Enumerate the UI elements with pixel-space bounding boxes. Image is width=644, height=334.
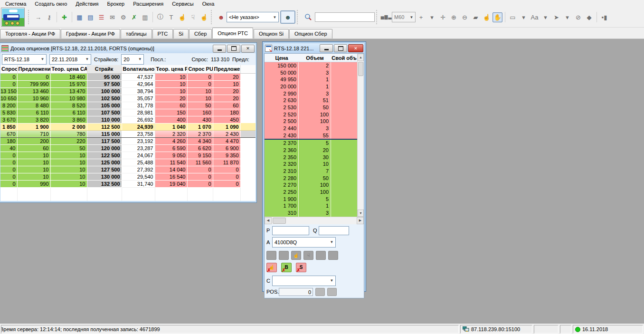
quote-cell[interactable]: 19 040 [155,180,187,187]
cancel-orders-button[interactable]: ☝ [266,263,277,272]
volume-cell[interactable]: 1 [299,83,331,90]
quote-cell[interactable]: 0 [0,159,17,166]
own-volume-cell[interactable] [331,90,357,97]
column-header[interactable]: Теор. цена СА [50,65,87,73]
client-select-button[interactable]: ☻ [280,10,295,24]
quote-cell[interactable]: 1 850 [0,123,17,130]
column-header[interactable]: Объем [299,55,331,61]
journal-icon[interactable]: ▥ [140,12,150,22]
tab-таблицы[interactable]: таблицы [121,29,152,38]
quote-cell[interactable]: 0 [187,173,213,180]
volume-cell[interactable]: 20 [299,147,331,154]
histogram-icon[interactable]: ▅▇▃ [381,12,391,22]
price-cell[interactable]: 2 630 [265,97,299,104]
close-button[interactable] [241,45,255,53]
price-cell[interactable]: 2 520 [265,111,299,118]
quote-cell[interactable]: 4 340 [187,137,213,144]
quote-cell[interactable]: 60 [155,102,187,109]
quote-cell[interactable]: 20 [213,95,240,102]
quote-cell[interactable]: 6 590 [155,144,187,152]
quote-cell[interactable]: 0 [0,80,17,87]
point-hand-icon[interactable]: ☝ [482,12,492,22]
menu-item-Создать окно[interactable]: Создать окно [30,0,71,7]
hand-disabled-icon[interactable]: ☟ [188,12,198,22]
quote-cell[interactable]: 13 460 [17,87,50,95]
quote-cell[interactable]: 0 [0,73,17,80]
tab-Торговля - Акции РФ[interactable]: Торговля - Акции РФ [0,29,60,38]
text-label-icon[interactable]: T [166,12,176,22]
column-header[interactable]: Страйк [87,65,122,73]
own-volume-cell[interactable] [331,118,357,125]
volume-cell[interactable]: 3 [299,210,331,217]
volume-cell[interactable]: 55 [299,132,331,139]
menu-item-Расширения[interactable]: Расширения [129,0,168,7]
price-cell[interactable]: 2 370 [265,140,299,147]
own-volume-cell[interactable] [331,132,357,139]
indicator-icon[interactable]: ◆ [584,12,594,22]
table-window-icon[interactable]: ☰ [96,12,106,22]
scrollbar-thumb[interactable] [273,218,286,224]
own-volume-cell[interactable] [331,168,357,175]
quote-cell[interactable]: 5 830 [0,109,17,116]
tab-Опцион РТС[interactable]: Опцион РТС [212,28,253,38]
tab-Опцион Сбер[interactable]: Опцион Сбер [289,29,332,38]
quote-cell[interactable]: 400 [155,116,187,123]
menu-item-Система[interactable]: Система [1,0,30,7]
quote-cell[interactable]: 11 870 [213,159,240,166]
quote-cell[interactable]: 10 [17,159,50,166]
own-volume-cell[interactable] [331,210,357,217]
own-volume-cell[interactable] [331,202,357,210]
volume-cell[interactable]: 30 [299,154,331,161]
quote-cell[interactable]: 6 110 [50,109,87,116]
volume-cell[interactable]: 3 [299,125,331,132]
region-dropdown-icon[interactable]: ▾ [519,12,529,22]
quote-cell[interactable]: 0 [213,180,240,187]
order-button-6[interactable] [328,251,338,260]
menu-item-Окна[interactable]: Окна [198,0,219,7]
quote-cell[interactable]: 50 [187,102,213,109]
price-cell[interactable]: 2 320 [265,161,299,168]
quote-cell[interactable]: 10 650 [0,95,17,102]
quote-cell[interactable]: 2 320 [155,130,187,137]
search-input[interactable] [315,12,375,22]
quote-cell[interactable]: 18 460 [50,73,87,80]
tab-Si[interactable]: Si [173,29,189,38]
quote-cell[interactable]: 2 430 [213,130,240,137]
column-header[interactable]: Спрос [0,65,17,73]
chart-window-icon[interactable]: ▦ [75,12,85,22]
instrument-dropdown[interactable]: RTS-12.18 ▼ [2,54,47,65]
quote-cell[interactable]: 450 [213,116,240,123]
quote-cell[interactable]: 0 [187,166,213,173]
price-cell[interactable]: 310 [265,210,299,217]
quote-cell[interactable]: 799 990 [17,80,50,87]
quote-cell[interactable]: 20 [213,73,240,80]
quote-cell[interactable]: 10 [17,166,50,173]
quote-cell[interactable]: 0 [213,166,240,173]
quote-cell[interactable]: 10 [213,80,240,87]
quote-cell[interactable]: 2 370 [187,130,213,137]
tab-РТС[interactable]: РТС [152,29,173,38]
own-volume-cell[interactable] [331,154,357,161]
own-volume-cell[interactable] [331,189,357,196]
draw-dropdown-icon[interactable]: ▾ [562,12,572,22]
excel-export-icon[interactable]: ✗ [129,12,139,22]
eraser-icon[interactable]: ▰ [471,12,481,22]
quote-cell[interactable]: 13 150 [0,87,17,95]
quote-cell[interactable]: 0 [213,173,240,180]
price-cell[interactable]: 2 360 [265,147,299,154]
add-series-icon[interactable]: + [416,12,426,22]
minimize-button[interactable] [320,44,333,52]
price-cell[interactable]: 50 000 [265,69,299,76]
order-button-5[interactable] [316,251,326,260]
price-cell[interactable]: 2 280 [265,175,299,182]
quote-cell[interactable]: 180 [213,109,240,116]
quote-cell[interactable]: 10 [50,159,87,166]
quote-cell[interactable]: 670 [0,130,17,137]
quote-cell[interactable]: 20 [213,87,240,95]
quotes-window-icon[interactable]: ▤ [85,12,95,22]
quote-cell[interactable]: 150 [155,109,187,116]
volume-cell[interactable]: 1 [299,202,331,210]
volume-cell[interactable]: 51 [299,97,331,104]
quote-cell[interactable]: 0 [187,73,213,80]
order-button-2[interactable] [279,251,289,260]
